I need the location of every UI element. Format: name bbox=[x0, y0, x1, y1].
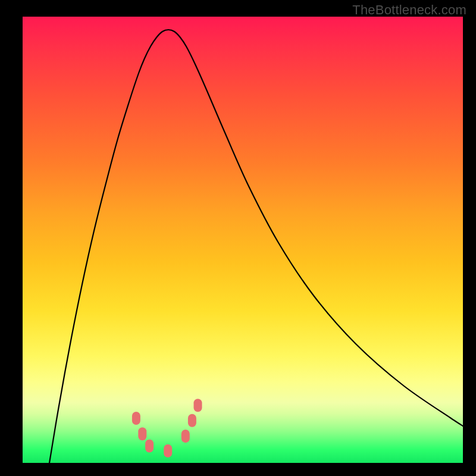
plot-area bbox=[23, 17, 463, 463]
marker-group bbox=[132, 399, 202, 458]
curve-marker bbox=[194, 399, 202, 412]
curve-marker bbox=[181, 430, 190, 443]
curve-marker bbox=[164, 444, 172, 458]
bottleneck-curve bbox=[49, 30, 463, 463]
curve-marker bbox=[138, 427, 146, 440]
watermark-text: TheBottleneck.com bbox=[352, 2, 466, 18]
curve-marker bbox=[188, 414, 196, 427]
curve-marker bbox=[145, 440, 154, 453]
chart-frame: TheBottleneck.com bbox=[0, 0, 476, 476]
chart-svg bbox=[23, 17, 463, 463]
curve-marker bbox=[132, 412, 140, 425]
